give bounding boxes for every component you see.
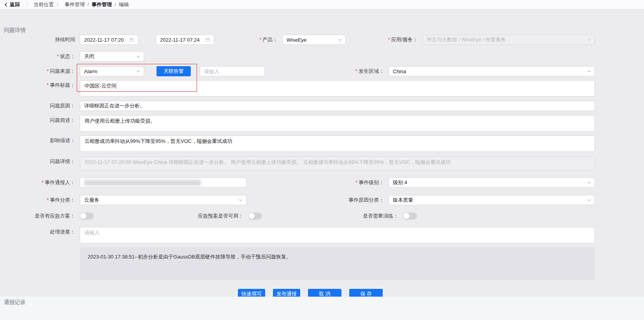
row-category: *事件分类： 云服务 事件原因分类： 版本质量 [0,195,595,205]
status-label-text: 状态： [60,53,75,59]
app-service-select: 祥云与大数据 / WiseEye / 告警服务 [422,35,595,45]
problem-detail-textarea [80,156,595,171]
required-mark: * [47,82,49,88]
duration-end-input[interactable] [156,35,214,45]
chevron-down-icon [587,37,591,42]
status-label: *状态： [0,51,75,62]
top-bar: 返回 当前位置 ： 事件管理 / 事件管理 / 编辑 [0,0,644,9]
row-status: *状态： 关闭 [0,51,595,62]
incident-form: 持续时间 *产品： WiseEye *应用/服务 [0,35,644,299]
source-value: Alarm [84,69,136,74]
breadcrumb-prefix: 当前位置 ： [33,1,60,8]
event-title-label: *事件标题： [0,80,75,90]
breadcrumb-item-event-management[interactable]: 事件管理 [65,1,85,8]
need-drill-toggle[interactable] [403,213,417,220]
source-select[interactable]: Alarm [80,66,144,76]
problem-reason-value[interactable] [84,101,591,111]
duration-start-input[interactable] [80,35,138,45]
source-label: *问题来源： [0,66,75,76]
duration-start-value[interactable] [84,35,127,44]
row-problem-detail: 问题详情： [0,156,595,171]
status-select[interactable]: 关闭 [80,51,144,62]
reporter-input[interactable] [80,178,246,188]
duration-end-value[interactable] [160,35,203,44]
required-mark: * [259,37,261,42]
event-level-select[interactable]: 级别 4 [389,178,595,188]
event-title-textarea[interactable] [80,80,595,97]
required-mark: * [355,68,357,74]
problem-brief-label: 问题简述： [0,115,75,125]
cause-category-select[interactable]: 版本质量 [389,195,595,205]
region-value: China [393,69,587,74]
required-mark: * [47,197,49,203]
reporter-label: *事件通报人： [0,178,75,188]
plan-usable-toggle[interactable] [248,213,262,220]
has-plan-label: 是否有应急方案： [0,211,75,221]
product-select[interactable]: WiseEye [282,35,346,45]
status-value: 关闭 [84,53,136,60]
required-mark: * [47,68,49,74]
product-label-text: 产品： [262,37,278,42]
toggle-knob [248,213,255,219]
redacted-reporter-value [84,180,201,186]
section-title-problem-details: 问题详情 [4,26,644,33]
row-problem-brief: 问题简述： [0,115,595,132]
app-service-label-text: 应用/服务： [391,37,418,42]
calendar-icon[interactable] [129,37,134,42]
toggle-knob [403,213,410,219]
incident-edit-page: 返回 当前位置 ： 事件管理 / 事件管理 / 编辑 问题详情 持续时间 [0,0,644,320]
topbar-divider [27,2,27,7]
required-mark: * [57,53,59,59]
event-level-label: *事件级别： [355,178,384,188]
breadcrumb-separator: / [114,2,116,7]
event-level-label-text: 事件级别： [359,179,384,185]
impact-desc-label: 影响描述： [0,135,75,146]
app-service-value: 祥云与大数据 / WiseEye / 告警服务 [427,36,587,43]
source-label-text: 问题来源： [50,68,75,74]
associate-alarm-button[interactable]: 关联告警 [157,66,191,76]
back-button[interactable]: 返回 [4,1,20,8]
cause-category-value: 版本质量 [393,197,587,204]
row-toggles: 是否有应急方案： 应急预案是否可用： 是否需要演练： [0,211,595,221]
calendar-icon[interactable] [205,37,210,42]
back-label: 返回 [10,1,20,8]
progress-textarea[interactable] [80,227,595,243]
event-level-group: *事件级别： 级别 4 [355,178,595,188]
chevron-down-icon [136,69,141,74]
cause-category-group: 事件原因分类： 版本质量 [348,195,595,205]
source-extra-input[interactable] [200,66,265,76]
chevron-down-icon [238,198,243,202]
row-reporter-level: *事件通报人： *事件级别： 级别 4 [0,178,595,188]
progress-history-block: 2023-01-30 17:38:51--初步分析是由于GaussDB底层硬件故… [80,247,595,280]
row-problem-reason: 问题原因： [0,101,595,111]
chevron-down-icon [587,69,591,74]
toggle-knob [80,213,86,219]
region-label: *发生区域： [355,66,384,76]
cause-category-label: 事件原因分类： [348,195,384,205]
event-level-value: 级别 4 [393,179,587,186]
row-progress: 处理进展： [0,227,595,243]
problem-reason-input[interactable] [80,101,595,111]
problem-reason-label: 问题原因： [0,101,75,111]
impact-desc-textarea[interactable] [80,135,595,152]
region-select[interactable]: China [389,66,595,76]
progress-label: 处理进展： [0,227,75,237]
report-record-section: 通报记录 [0,297,644,320]
event-category-select[interactable]: 云服务 [80,195,246,205]
reporter-label-text: 事件通报人： [45,179,75,185]
has-plan-toggle[interactable] [80,213,94,220]
required-mark: * [42,179,44,185]
app-service-label: *应用/服务： [388,35,418,45]
breadcrumb-item-event-management-2[interactable]: 事件管理 [91,1,112,8]
app-service-group: *应用/服务： 祥云与大数据 / WiseEye / 告警服务 [388,35,595,45]
row-impact-desc: 影响描述： [0,135,595,152]
need-drill-label: 是否需要演练： [262,211,398,221]
report-record-title: 通报记录 [4,299,640,306]
breadcrumb-item-edit: 编辑 [119,1,129,8]
source-extra-field[interactable] [204,67,260,76]
product-value: WiseEye [287,37,338,43]
chevron-down-icon [136,54,141,59]
required-mark: * [355,179,357,185]
problem-brief-textarea[interactable] [80,115,595,132]
row-event-title: *事件标题： [0,80,595,97]
